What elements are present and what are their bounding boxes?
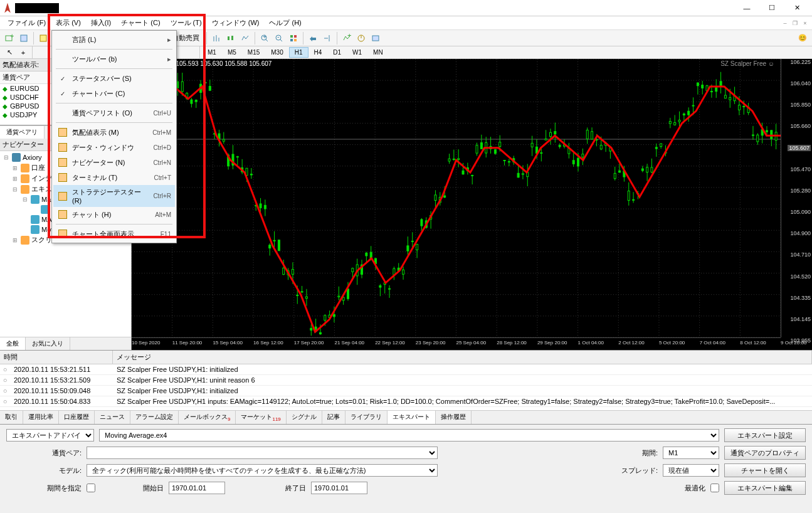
term-tab[interactable]: 取引 — [0, 411, 23, 424]
menu-file[interactable]: ファイル (F) — [3, 16, 51, 29]
log-row[interactable]: ○2020.10.11 15:53:21.511SZ Scalper Free … — [0, 364, 812, 375]
candlechart-icon[interactable] — [224, 31, 238, 45]
chat-icon[interactable]: 😊 — [798, 34, 807, 42]
tf-MN[interactable]: MN — [367, 47, 389, 58]
new-chart-icon[interactable]: + — [3, 31, 16, 45]
linechart-icon[interactable] — [238, 31, 252, 45]
tester-end-date[interactable] — [311, 482, 367, 494]
svg-rect-142 — [305, 297, 307, 299]
svg-rect-112 — [236, 157, 238, 157]
menu-item[interactable]: データ・ウィンドウCtrl+D — [53, 140, 175, 155]
mdi-restore-icon[interactable]: ❐ — [791, 19, 799, 28]
log-row[interactable]: ○2020.10.11 15:53:21.509SZ Scalper Free … — [0, 375, 812, 386]
menu-item[interactable]: ツールバー (b)▸ — [53, 51, 175, 66]
cursor-icon[interactable]: ↖ — [3, 47, 16, 58]
tree-expander-icon[interactable]: ⊞ — [11, 176, 19, 182]
log-row[interactable]: ○2020.10.11 15:50:09.048SZ Scalper Free … — [0, 386, 812, 396]
x-tick: 11 Sep 20:00 — [172, 340, 203, 346]
tf-W1[interactable]: W1 — [347, 47, 367, 58]
term-tab[interactable]: メールボックス9 — [179, 411, 236, 424]
menu-item[interactable]: ナビゲーター (N)Ctrl+N — [53, 155, 175, 170]
tester-edit-button[interactable]: エキスパート編集 — [724, 481, 806, 495]
nav-tab-fav[interactable]: お気に入り — [26, 337, 70, 350]
log-row[interactable]: ○2020.10.11 15:50:04.833SZ Scalper Free … — [0, 396, 812, 407]
menu-item[interactable]: ステータスバー (S) — [53, 71, 175, 86]
tester-model-select[interactable]: 全ティック(利用可能な最小時間枠を使いすべてのティックを生成する、最も正確な方法… — [87, 464, 438, 477]
term-tab[interactable]: 運用比率 — [23, 411, 59, 424]
tree-expander-icon[interactable]: ⊟ — [11, 186, 19, 193]
tester-opt-check[interactable] — [710, 484, 719, 492]
menu-help[interactable]: ヘルプ (H) — [264, 16, 306, 29]
menu-item[interactable]: 言語 (L)▸ — [53, 32, 175, 47]
tile-icon[interactable] — [287, 31, 300, 45]
menu-item[interactable]: チャート全画面表示F11 — [53, 226, 175, 241]
menu-item[interactable]: チャートバー (C) — [53, 86, 175, 101]
chart[interactable]: ▼USDJPY,H1 105.593 105.630 105.588 105.6… — [132, 59, 812, 350]
tester-type-select[interactable]: エキスパートアドバイ — [6, 429, 94, 442]
term-tab[interactable]: エキスパート — [388, 411, 436, 424]
zoomin-icon[interactable]: + — [258, 31, 272, 45]
tester-spread-select[interactable]: 現在値 — [663, 464, 719, 477]
tester-start-date[interactable] — [169, 482, 225, 494]
tester-ea-select[interactable]: Moving Average.ex4 — [99, 429, 719, 442]
term-tab[interactable]: 口座履歴 — [59, 411, 95, 424]
menu-item[interactable]: ストラテジーテスター (R)Ctrl+R — [53, 185, 175, 207]
templates-icon[interactable] — [369, 31, 382, 45]
profile-icon[interactable] — [17, 31, 31, 45]
crosshair-icon[interactable]: + — [16, 47, 30, 58]
menu-view[interactable]: 表示 (V) — [51, 16, 86, 29]
tf-M1[interactable]: M1 — [202, 47, 222, 58]
menu-item[interactable]: ターミナル (T)Ctrl+T — [53, 170, 175, 185]
tree-expander-icon[interactable]: ⊟ — [21, 196, 29, 203]
term-tab[interactable]: ニュース — [95, 411, 130, 424]
zoomout-icon[interactable]: - — [272, 31, 286, 45]
tf-D1[interactable]: D1 — [327, 47, 347, 58]
term-tab[interactable]: アラーム設定 — [130, 411, 179, 424]
shift-icon[interactable] — [320, 31, 334, 45]
tester-open-chart-button[interactable]: チャートを開く — [724, 463, 806, 477]
tf-H4[interactable]: H4 — [308, 47, 328, 58]
term-tab[interactable]: ライブラリ — [345, 411, 388, 424]
x-tick: 1 Oct 04:00 — [578, 340, 604, 346]
term-tab[interactable]: マーケット119 — [236, 411, 286, 424]
mdi-close-icon[interactable]: × — [801, 19, 809, 28]
marketwatch-icon[interactable] — [36, 31, 50, 45]
maximize-button[interactable]: ☐ — [759, 0, 784, 16]
tester-ea-settings-button[interactable]: エキスパート設定 — [724, 428, 806, 442]
nav-tab-general[interactable]: 全般 — [0, 337, 26, 350]
menu-insert[interactable]: 挿入(I) — [86, 16, 116, 29]
indicators-icon[interactable]: + — [340, 31, 354, 45]
menu-item[interactable]: 通貨ペアリスト (O)Ctrl+U — [53, 105, 175, 120]
minimize-button[interactable]: — — [734, 0, 759, 16]
autoscroll-icon[interactable] — [306, 31, 320, 45]
nav-icon — [58, 158, 67, 167]
tf-M30[interactable]: M30 — [265, 47, 288, 58]
tester-daterange-label: 期間を指定 — [6, 484, 82, 493]
tree-expander-icon[interactable]: ⊟ — [3, 154, 10, 161]
menu-window[interactable]: ウィンドウ (W) — [207, 16, 265, 29]
svg-rect-248 — [549, 132, 551, 136]
tester-pair-props-button[interactable]: 通貨ペアのプロパティ — [724, 446, 806, 460]
menu-tools[interactable]: ツール (T) — [166, 16, 207, 29]
menu-item[interactable]: 気配値表示 (M)Ctrl+M — [53, 125, 175, 140]
menu-chart[interactable]: チャート (C) — [116, 16, 165, 29]
tester-daterange-check[interactable] — [87, 484, 95, 492]
term-tab[interactable]: シグナル — [287, 411, 322, 424]
tree-expander-icon[interactable]: ⊞ — [11, 165, 19, 171]
svg-rect-138 — [297, 295, 298, 295]
mdi-minimize-icon[interactable]: – — [781, 19, 789, 28]
tf-M5[interactable]: M5 — [222, 47, 242, 58]
term-tab[interactable]: 記事 — [322, 411, 345, 424]
tf-M15[interactable]: M15 — [242, 47, 265, 58]
svg-rect-92 — [191, 100, 192, 103]
tester-pair-select[interactable] — [87, 447, 438, 459]
mw-tab[interactable]: 通貨ペアリ — [0, 126, 45, 139]
close-button[interactable]: ✕ — [784, 0, 809, 16]
barchart-icon[interactable] — [209, 31, 223, 45]
menu-item[interactable]: チャット (H)Alt+M — [53, 207, 175, 222]
periods-icon[interactable] — [354, 31, 368, 45]
tester-period-select[interactable]: M1 — [663, 447, 719, 459]
tree-expander-icon[interactable]: ⊞ — [11, 237, 19, 243]
term-tab[interactable]: 操作履歴 — [436, 411, 472, 424]
tf-H1[interactable]: H1 — [289, 47, 308, 58]
